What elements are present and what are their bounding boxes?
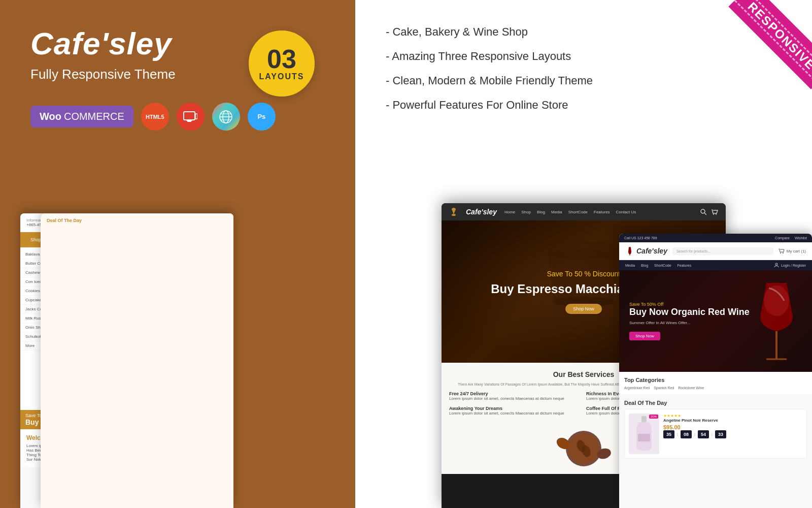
coffee-nav-shop[interactable]: Shop bbox=[521, 210, 531, 214]
wine-top-text: Call US 123 456 789 bbox=[624, 236, 657, 240]
coffee-search-icon[interactable] bbox=[700, 208, 707, 215]
deal-stars: ★★★★★ bbox=[663, 414, 726, 418]
wine-deal-section: Deal Of The Day 20% ★★★★★ Angeline Pinot… bbox=[619, 395, 812, 464]
woo-text: Woo bbox=[40, 111, 61, 122]
coffee-nav-features[interactable]: Features bbox=[594, 210, 610, 214]
compare-link[interactable]: Compare bbox=[775, 236, 790, 240]
coffee-nav-media[interactable]: Media bbox=[551, 210, 562, 214]
woo-commerce-text: COMMERCE bbox=[64, 111, 124, 122]
cart-icon bbox=[779, 248, 785, 254]
multilang-icon bbox=[212, 103, 240, 131]
screenshots-area: Information Service +665-459-328 Cafe'sl… bbox=[0, 203, 355, 508]
wine-shop-btn[interactable]: Shop Now bbox=[629, 332, 660, 340]
layouts-badge: 03 LAYOUTS bbox=[249, 30, 315, 97]
right-panel: RESPONSIVE - Cake, Bakery & Wine Shop - … bbox=[355, 0, 812, 508]
svg-point-19 bbox=[716, 214, 717, 215]
coffee-nav-shortcode[interactable]: ShortCode bbox=[568, 210, 588, 214]
wine-categories-title: Top Categories bbox=[624, 377, 807, 383]
photoshop-icon: Ps bbox=[248, 103, 276, 131]
coffee-nav-bar: Cafe'sley Home Shop Blog Media ShortCode… bbox=[442, 203, 726, 220]
coffee-nav-links: Home Shop Blog Media ShortCode Features … bbox=[504, 210, 636, 214]
page-wrapper: Cafe'sley Fully Responsive Theme 03 LAYO… bbox=[0, 0, 812, 508]
deal-sale-badge: 20% bbox=[649, 415, 658, 419]
timer-hours: 35 bbox=[663, 430, 674, 438]
wine-categories: Top Categories Argentinian Red Spanish R… bbox=[619, 372, 812, 395]
coffee-nav-contact[interactable]: Contact Us bbox=[616, 210, 636, 214]
wine-hero: Save To 50% Off Buy Now Organic Red Wine… bbox=[619, 270, 812, 372]
svg-rect-33 bbox=[641, 416, 647, 422]
feature-3: - Clean, Modern & Mobile Friendly Theme bbox=[386, 74, 782, 87]
tech-icons-row: Woo COMMERCE HTML5 bbox=[30, 103, 325, 131]
wine-cart[interactable]: My cart (1) bbox=[779, 248, 806, 254]
wine-nav-links: Media Blog ShortCode Features bbox=[625, 264, 691, 267]
svg-rect-34 bbox=[638, 434, 650, 441]
wine-hero-title: Buy Now Organic Red Wine bbox=[629, 307, 750, 318]
deal-of-day-label: Deal Of The Day bbox=[41, 213, 233, 508]
svg-point-29 bbox=[780, 252, 781, 253]
wine-nav-blog[interactable]: Blog bbox=[641, 264, 648, 267]
coffee-save-text: Save To 50 % Discount bbox=[547, 270, 621, 278]
html5-icon: HTML5 bbox=[141, 103, 169, 131]
woocommerce-badge: Woo COMMERCE bbox=[30, 106, 133, 128]
wine-secondary-nav: Media Blog ShortCode Features Login / Re… bbox=[619, 260, 812, 270]
left-panel: Cafe'sley Fully Responsive Theme 03 LAYO… bbox=[0, 0, 355, 508]
wine-save-text: Save To 50% Off bbox=[629, 302, 750, 307]
svg-point-18 bbox=[713, 214, 714, 215]
wine-nav-features[interactable]: Features bbox=[678, 264, 692, 267]
user-icon bbox=[774, 263, 779, 268]
feature-1: - Cake, Bakery & Wine Shop bbox=[386, 25, 782, 39]
wine-main-nav: Cafe'sley Search for products... My cart… bbox=[619, 242, 812, 260]
wine-logo-icon bbox=[625, 246, 634, 256]
badge-label: LAYOUTS bbox=[259, 72, 304, 81]
wine-cat-rockstone[interactable]: Rockstone Wine bbox=[678, 386, 704, 390]
coffee-shop-btn[interactable]: Shop Now bbox=[565, 304, 602, 314]
svg-line-17 bbox=[704, 213, 706, 215]
feature-4: - Powerful Features For Online Store bbox=[386, 99, 782, 112]
svg-rect-1 bbox=[186, 120, 192, 121]
wishlist-link[interactable]: Wishlist bbox=[795, 236, 807, 240]
wine-cat-spanish[interactable]: Spanish Red bbox=[654, 386, 674, 390]
wine-nav-media[interactable]: Media bbox=[625, 264, 635, 267]
responsive-icon bbox=[177, 103, 205, 131]
svg-rect-2 bbox=[187, 121, 191, 122]
wine-search-box[interactable]: Search for products... bbox=[672, 247, 773, 255]
wine-top-actions: Compare Wishlist bbox=[775, 236, 807, 240]
svg-point-31 bbox=[775, 263, 777, 265]
coffee-nav-blog[interactable]: Blog bbox=[537, 210, 545, 214]
service-awakening: Awakening Your Dreams Lorem ipsum dolor … bbox=[449, 406, 581, 416]
features-list: - Cake, Bakery & Wine Shop - Amazing Thr… bbox=[386, 25, 782, 112]
badge-number: 03 bbox=[267, 46, 296, 72]
deal-product-name: Angeline Pinot Noir Reserve bbox=[663, 418, 726, 423]
svg-point-15 bbox=[452, 214, 456, 216]
wine-glass-visual bbox=[751, 280, 802, 372]
coffee-cart-icon[interactable] bbox=[711, 208, 718, 215]
wine-logo-text: Cafe'sley bbox=[636, 247, 667, 255]
svg-rect-3 bbox=[195, 114, 197, 119]
coffee-nav-home[interactable]: Home bbox=[504, 210, 515, 214]
coffee-nav-icons bbox=[700, 208, 718, 215]
wine-screenshot: Call US 123 456 789 Compare Wishlist Caf… bbox=[619, 234, 812, 508]
svg-point-30 bbox=[783, 252, 784, 253]
wine-login[interactable]: Login / Register bbox=[774, 263, 806, 268]
wine-hero-sub: Summer Offer In All Wines Offer... bbox=[629, 321, 750, 325]
wine-cat-tabs: Argentinian Red Spanish Red Rockstone Wi… bbox=[624, 386, 807, 390]
wine-deal-card: 20% ★★★★★ Angeline Pinot Noir Reserve $9… bbox=[624, 409, 807, 459]
wine-nav-shortcode[interactable]: ShortCode bbox=[654, 264, 671, 267]
deal-product-img: 20% bbox=[629, 414, 659, 454]
coffee-beans-visual bbox=[553, 428, 614, 469]
timer-ms: 33 bbox=[715, 430, 726, 438]
deal-label: Deal Of The Day bbox=[47, 218, 233, 223]
svg-point-16 bbox=[701, 209, 705, 213]
deal-price: $95.00 bbox=[663, 424, 726, 430]
deal-wine-bottle bbox=[634, 416, 654, 452]
svg-point-32 bbox=[764, 285, 789, 316]
svg-rect-0 bbox=[184, 112, 195, 120]
bakery-screenshot: Information Service +665-459-328 Cafe'sl… bbox=[20, 213, 233, 508]
coffee-logo-text: Cafe'sley bbox=[466, 208, 497, 216]
feature-2: - Amazing Three Responsive Layouts bbox=[386, 50, 782, 63]
deal-product-info: ★★★★★ Angeline Pinot Noir Reserve $95.00… bbox=[663, 414, 726, 454]
service-delivery: Free 24/7 Delivery Lorem ipsum dolor sit… bbox=[449, 391, 581, 401]
wine-top-bar: Call US 123 456 789 Compare Wishlist bbox=[619, 234, 812, 242]
wine-cat-argentinian[interactable]: Argentinian Red bbox=[624, 386, 650, 390]
timer-seconds: 54 bbox=[698, 430, 709, 438]
